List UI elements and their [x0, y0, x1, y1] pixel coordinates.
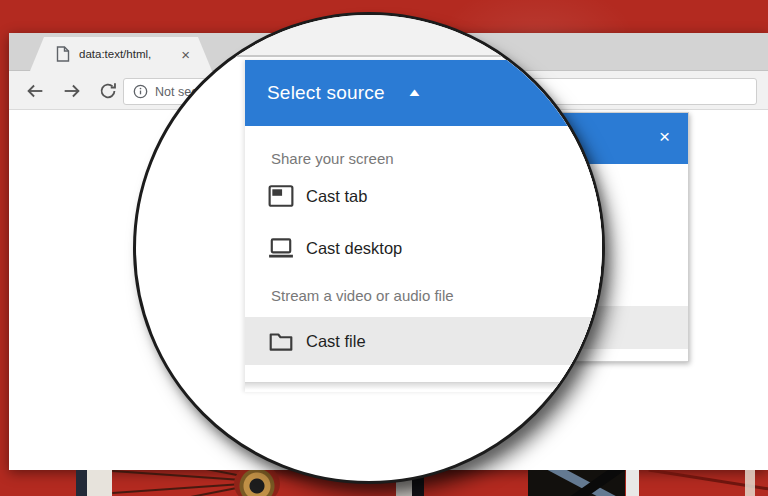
lens-content: Select source ▲ Share your screen Cast t… — [136, 15, 602, 481]
menu-item-label: Cast tab — [306, 187, 367, 206]
desktop-icon — [268, 236, 294, 260]
menu-item-cast-desktop[interactable]: Cast desktop — [245, 226, 605, 270]
dialog-bottom-strip — [245, 365, 605, 383]
info-icon[interactable] — [133, 84, 148, 99]
menu-item-label: Cast desktop — [306, 239, 402, 258]
photo-light-patch — [745, 470, 755, 496]
reload-icon[interactable] — [97, 80, 119, 102]
back-icon[interactable] — [24, 80, 46, 102]
magnified-dialog-body: Share your screen Cast tab Ca — [245, 126, 605, 392]
chevron-up-icon[interactable]: ▲ — [406, 86, 422, 98]
browser-tab[interactable]: data:text/html, × — [30, 37, 212, 71]
menu-item-cast-file[interactable]: Cast file — [245, 317, 605, 365]
tab-close-icon[interactable]: × — [181, 47, 190, 62]
section-label-stream-file: Stream a video or audio file — [245, 270, 605, 307]
tab-icon — [268, 184, 294, 208]
folder-icon — [268, 329, 294, 353]
wheel-spoke — [112, 483, 242, 494]
photo-white-band — [87, 470, 112, 496]
photo-white-post — [626, 470, 639, 496]
screenshot-stage: data:text/html, × Not secure — [0, 0, 768, 496]
magnified-dialog-title: Select source — [267, 82, 385, 104]
tab-title: data:text/html, — [79, 48, 181, 60]
menu-item-label: Cast file — [306, 332, 366, 351]
section-label-share-screen: Share your screen — [245, 126, 605, 172]
dialog-bottom-shadow — [245, 383, 605, 390]
forward-icon[interactable] — [61, 80, 83, 102]
wheel-hub — [234, 470, 280, 496]
menu-item-cast-tab[interactable]: Cast tab — [245, 172, 605, 220]
photo-dark-stripe — [76, 470, 87, 496]
close-icon[interactable]: × — [659, 127, 670, 147]
document-icon — [56, 46, 70, 62]
magnifier-lens: Select source ▲ Share your screen Cast t… — [133, 12, 605, 484]
magnified-cast-dialog: Select source ▲ Share your screen Cast t… — [245, 60, 605, 392]
